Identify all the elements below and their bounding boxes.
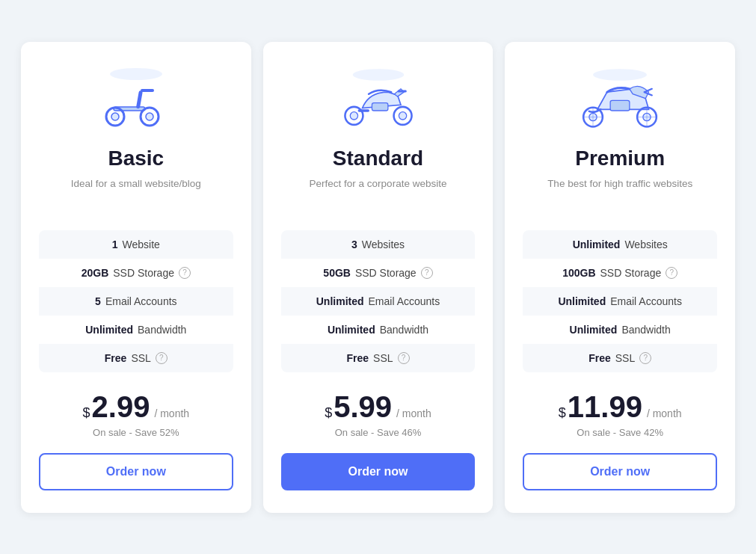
svg-point-7 bbox=[111, 113, 119, 120]
feature-highlight: 20GB bbox=[82, 267, 109, 279]
svg-point-5 bbox=[146, 113, 153, 120]
feature-highlight: Unlimited bbox=[558, 295, 606, 307]
feature-row: Unlimited Bandwidth bbox=[523, 316, 717, 344]
help-icon[interactable]: ? bbox=[421, 267, 433, 279]
plan-desc-standard: Perfect for a corporate website bbox=[310, 176, 447, 208]
feature-text: Websites bbox=[624, 238, 667, 250]
feature-row: 20GB SSD Storage? bbox=[39, 259, 233, 287]
feature-row: Unlimited Email Accounts bbox=[523, 287, 717, 316]
svg-point-16 bbox=[593, 69, 647, 80]
feature-text: Email Accounts bbox=[369, 295, 440, 307]
feature-highlight: 1 bbox=[112, 238, 118, 250]
feature-highlight: Free bbox=[588, 352, 611, 364]
feature-highlight: Unlimited bbox=[573, 238, 621, 250]
order-button-standard[interactable]: Order now bbox=[281, 453, 476, 490]
order-button-premium[interactable]: Order now bbox=[523, 453, 717, 490]
plan-desc-basic: Ideal for a small website/blog bbox=[71, 176, 201, 208]
price-dollar: $ bbox=[325, 405, 332, 421]
feature-row: Free SSL? bbox=[281, 344, 476, 372]
plan-desc-premium: The best for high traffic websites bbox=[547, 176, 692, 208]
feature-text: SSL bbox=[131, 352, 150, 364]
feature-text: SSD Storage bbox=[113, 267, 174, 279]
svg-rect-10 bbox=[372, 102, 387, 110]
price-amount: 5.99 bbox=[334, 390, 392, 424]
price-section-standard: $5.99/ monthOn sale - Save 46% bbox=[325, 390, 431, 438]
price-main: $5.99/ month bbox=[325, 390, 431, 424]
feature-text: Bandwidth bbox=[138, 324, 186, 336]
feature-highlight: 5 bbox=[95, 295, 101, 307]
feature-row: Free SSL? bbox=[523, 344, 717, 372]
svg-rect-9 bbox=[397, 90, 406, 92]
feature-text: Website bbox=[123, 238, 160, 250]
feature-highlight: Free bbox=[105, 352, 127, 364]
feature-text: Email Accounts bbox=[610, 295, 682, 307]
plan-card-standard: StandardPerfect for a corporate website3… bbox=[263, 42, 494, 513]
price-section-premium: $11.99/ monthOn sale - Save 42% bbox=[559, 390, 682, 438]
help-icon[interactable]: ? bbox=[398, 352, 410, 364]
plan-name-standard: Standard bbox=[333, 147, 423, 170]
feature-row: 100GB SSD Storage? bbox=[523, 259, 717, 287]
feature-text: SSL bbox=[373, 352, 393, 364]
svg-rect-2 bbox=[136, 90, 143, 109]
plan-card-premium: PremiumThe best for high traffic website… bbox=[505, 42, 735, 513]
price-section-basic: $2.99/ monthOn sale - Save 52% bbox=[83, 390, 190, 438]
svg-point-12 bbox=[399, 111, 406, 119]
feature-text: SSD Storage bbox=[600, 267, 662, 279]
feature-highlight: Unlimited bbox=[316, 295, 364, 307]
feature-highlight: 100GB bbox=[562, 267, 595, 279]
feature-text: Email Accounts bbox=[105, 295, 177, 307]
feature-highlight: Unlimited bbox=[328, 324, 375, 336]
price-period: / month bbox=[154, 407, 189, 419]
feature-row: 5 Email Accounts bbox=[39, 287, 233, 316]
svg-point-0 bbox=[110, 68, 162, 80]
pricing-container: BasicIdeal for a small website/blog1 Web… bbox=[15, 42, 741, 513]
feature-highlight: Free bbox=[346, 352, 369, 364]
feature-highlight: Unlimited bbox=[85, 324, 133, 336]
svg-rect-15 bbox=[357, 109, 369, 111]
plan-icon-standard bbox=[326, 64, 431, 139]
price-main: $2.99/ month bbox=[83, 390, 190, 424]
plan-icon-basic bbox=[84, 64, 188, 139]
help-icon[interactable]: ? bbox=[179, 267, 191, 279]
help-icon[interactable]: ? bbox=[666, 267, 677, 279]
price-dollar: $ bbox=[83, 405, 90, 421]
svg-rect-17 bbox=[610, 100, 630, 111]
svg-rect-3 bbox=[141, 89, 154, 92]
feature-row: Free SSL? bbox=[39, 344, 233, 372]
price-save: On sale - Save 52% bbox=[83, 427, 190, 438]
help-icon[interactable]: ? bbox=[156, 352, 168, 364]
svg-point-8 bbox=[352, 69, 404, 80]
feature-row: Unlimited Bandwidth bbox=[281, 316, 476, 344]
price-period: / month bbox=[647, 407, 682, 419]
feature-highlight: 3 bbox=[351, 238, 357, 250]
price-save: On sale - Save 46% bbox=[325, 427, 431, 438]
order-button-basic[interactable]: Order now bbox=[39, 453, 233, 490]
feature-row: 3 Websites bbox=[281, 230, 476, 259]
features-table-basic: 1 Website20GB SSD Storage?5 Email Accoun… bbox=[39, 230, 233, 372]
feature-row: Unlimited Email Accounts bbox=[281, 287, 476, 316]
feature-row: 1 Website bbox=[39, 230, 233, 259]
feature-text: Bandwidth bbox=[621, 324, 670, 336]
plan-name-basic: Basic bbox=[108, 147, 164, 170]
plan-icon-premium bbox=[568, 64, 672, 139]
features-table-standard: 3 Websites50GB SSD Storage?Unlimited Ema… bbox=[281, 230, 476, 372]
price-amount: 2.99 bbox=[92, 390, 150, 424]
feature-highlight: 50GB bbox=[323, 267, 351, 279]
price-save: On sale - Save 42% bbox=[559, 427, 682, 438]
help-icon[interactable]: ? bbox=[639, 352, 651, 364]
svg-point-14 bbox=[350, 111, 357, 119]
feature-highlight: Unlimited bbox=[570, 324, 618, 336]
price-period: / month bbox=[396, 407, 431, 419]
plan-card-basic: BasicIdeal for a small website/blog1 Web… bbox=[21, 42, 251, 513]
feature-text: Bandwidth bbox=[380, 324, 428, 336]
feature-row: 50GB SSD Storage? bbox=[281, 259, 476, 287]
plan-name-premium: Premium bbox=[575, 147, 665, 170]
features-table-premium: Unlimited Websites100GB SSD Storage?Unli… bbox=[523, 230, 717, 372]
price-dollar: $ bbox=[559, 405, 566, 421]
feature-text: SSL bbox=[615, 352, 635, 364]
feature-text: SSD Storage bbox=[355, 267, 417, 279]
price-amount: 11.99 bbox=[568, 390, 642, 424]
feature-text: Websites bbox=[362, 238, 405, 250]
feature-row: Unlimited Websites bbox=[523, 230, 717, 259]
price-main: $11.99/ month bbox=[559, 390, 682, 424]
